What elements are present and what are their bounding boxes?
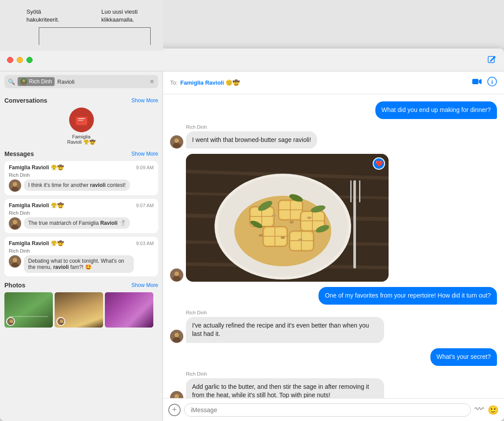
message-received-1: Rich Dinh I've actually refined the reci… (170, 310, 497, 343)
message-with-avatar-1: I've actually refined the recipe and it'… (170, 317, 384, 343)
svg-point-32 (173, 276, 181, 281)
chat-header-icons: i (472, 77, 497, 89)
add-attachment-button[interactable]: + (168, 404, 181, 416)
chat-header: To: Famiglia Ravioli 🙂🤠 i (163, 71, 504, 94)
annotation-left: Syötä hakukriteerit. (26, 8, 59, 24)
message-item-2-avatar (9, 255, 21, 268)
chat-avatar-2 (170, 391, 183, 398)
message-with-avatar-photo: ❤️ (170, 154, 389, 282)
chat-avatar-1 (170, 330, 183, 343)
chat-bubble-sent-0: What did you end up making for dinner? (375, 101, 497, 119)
chat-bubble-sent-1: One of my favorites from your repertoire… (319, 287, 497, 305)
message-item-2-sender: Rich Dinh (9, 248, 154, 253)
svg-point-70 (281, 236, 285, 239)
photos-section-header: Photos Show More (4, 282, 158, 289)
chat-bubble-sent-2: What's your secret? (430, 348, 497, 366)
svg-point-67 (272, 214, 276, 217)
message-item-1-header: Famiglia Ravioli 😤🤠 9:07 AM (9, 202, 154, 209)
traffic-lights (0, 57, 33, 63)
message-input[interactable] (184, 403, 471, 417)
search-bar[interactable]: 🔍 Rich Dinh Ravioli ✕ (4, 75, 158, 88)
message-item-2[interactable]: Famiglia Ravioli 😤🤠 9:03 AM Rich Dinh (4, 237, 158, 276)
svg-point-69 (307, 216, 311, 219)
message-item-0-avatar (9, 179, 21, 192)
messages-show-more-button[interactable]: Show More (131, 151, 158, 157)
svg-point-71 (298, 238, 303, 241)
sidebar: 🔍 Rich Dinh Ravioli ✕ (0, 71, 163, 421)
svg-point-22 (60, 320, 63, 323)
annotation-line-right (150, 27, 151, 45)
annotation-line-left (39, 27, 39, 45)
message-item-0-header: Famiglia Ravioli 😤🤠 9:09 AM (9, 164, 154, 171)
svg-rect-74 (350, 180, 352, 202)
audio-input-icon[interactable] (474, 405, 484, 415)
svg-point-78 (174, 333, 179, 337)
svg-point-2 (22, 79, 25, 82)
conversation-item[interactable]: Famiglia Ravioli 😤🤠 (4, 108, 158, 145)
svg-point-10 (13, 182, 17, 186)
search-tag-name: Rich Dinh (29, 78, 52, 85)
chat-to-label: To: (170, 79, 178, 86)
svg-point-31 (174, 272, 179, 276)
photo-thumb-1[interactable] (55, 292, 103, 328)
emoji-button[interactable]: 🙂 (488, 405, 499, 415)
message-sent-0: What did you end up making for dinner? (170, 101, 497, 119)
maximize-button[interactable] (26, 57, 33, 63)
search-query: Ravioli (57, 78, 147, 85)
sender-name-0: Rich Dinh (186, 124, 207, 130)
message-item-1-avatar (9, 217, 21, 230)
message-item-0-preview: I think it's time for another ravioli co… (9, 179, 154, 192)
close-button[interactable] (7, 57, 13, 63)
message-item-2-header: Famiglia Ravioli 😤🤠 9:03 AM (9, 240, 154, 246)
minimize-button[interactable] (17, 57, 23, 63)
conversations-section-header: Conversations Show More (4, 97, 158, 104)
message-item-0-group: Famiglia Ravioli 😤🤠 (9, 164, 64, 171)
message-item-1-group: Famiglia Ravioli 😤🤠 (9, 202, 64, 209)
message-item-1[interactable]: Famiglia Ravioli 😤🤠 9:07 AM Rich Dinh (4, 199, 158, 233)
svg-point-3 (22, 82, 26, 85)
photos-show-more-button[interactable]: Show More (131, 282, 158, 288)
message-item-0-sender: Rich Dinh (9, 172, 154, 178)
conversation-name: Famiglia Ravioli 😤🤠 (67, 134, 95, 145)
message-with-avatar-2: Add garlic to the butter, and then stir … (170, 378, 384, 398)
message-photo: ❤️ (170, 154, 497, 282)
svg-point-13 (13, 220, 17, 224)
message-item-2-text: Debating what to cook tonight. What's on… (24, 255, 134, 273)
svg-point-11 (11, 187, 19, 191)
svg-point-28 (174, 138, 179, 143)
photo-1-avatar (56, 317, 65, 326)
title-bar (0, 48, 504, 71)
svg-rect-24 (472, 79, 478, 84)
message-received-0: Rich Dinh I went with that browned-butte… (170, 124, 497, 149)
message-item-0-time: 9:09 AM (136, 165, 154, 170)
sidebar-scroll-content: Conversations Show More (0, 92, 163, 421)
annotation-area: Syötä hakukriteerit. Luo uusi viesti kli… (0, 0, 163, 51)
compose-button[interactable] (486, 55, 497, 65)
svg-text:i: i (491, 78, 493, 85)
message-sent-2: What's your secret? (170, 348, 497, 366)
conversations-show-more-button[interactable]: Show More (131, 97, 158, 104)
message-sent-1: One of my favorites from your repertoire… (170, 287, 497, 305)
chat-bubble-received-0: I went with that browned-butter sage rav… (186, 131, 317, 149)
search-clear-button[interactable]: ✕ (149, 78, 155, 85)
svg-rect-7 (78, 118, 85, 119)
svg-rect-75 (355, 180, 356, 202)
message-item-0[interactable]: Famiglia Ravioli 😤🤠 9:09 AM Rich Dinh (4, 161, 158, 195)
chat-avatar-0 (170, 135, 183, 149)
info-icon[interactable]: i (487, 77, 497, 89)
svg-point-68 (289, 221, 294, 224)
video-call-icon[interactable] (472, 78, 482, 87)
message-item-0-text: I think it's time for another ravioli co… (24, 179, 130, 191)
photo-0-avatar (6, 317, 15, 326)
message-item-2-preview: Debating what to cook tonight. What's on… (9, 255, 154, 273)
svg-rect-6 (75, 115, 88, 117)
annotation-right: Luo uusi viesti klikkaamalla. (101, 8, 137, 24)
photos-title: Photos (4, 282, 25, 289)
message-item-1-time: 9:07 AM (136, 203, 154, 208)
message-item-1-sender: Rich Dinh (9, 210, 154, 216)
photo-thumb-0[interactable] (4, 292, 53, 328)
message-received-2: Rich Dinh Add garlic to the butter, and … (170, 371, 497, 398)
message-with-avatar-0: I went with that browned-butter sage rav… (170, 131, 317, 149)
message-item-1-preview: The true matriarch of Famiglia Ravioli 🤺 (9, 217, 154, 230)
photo-thumb-2[interactable] (105, 292, 153, 328)
